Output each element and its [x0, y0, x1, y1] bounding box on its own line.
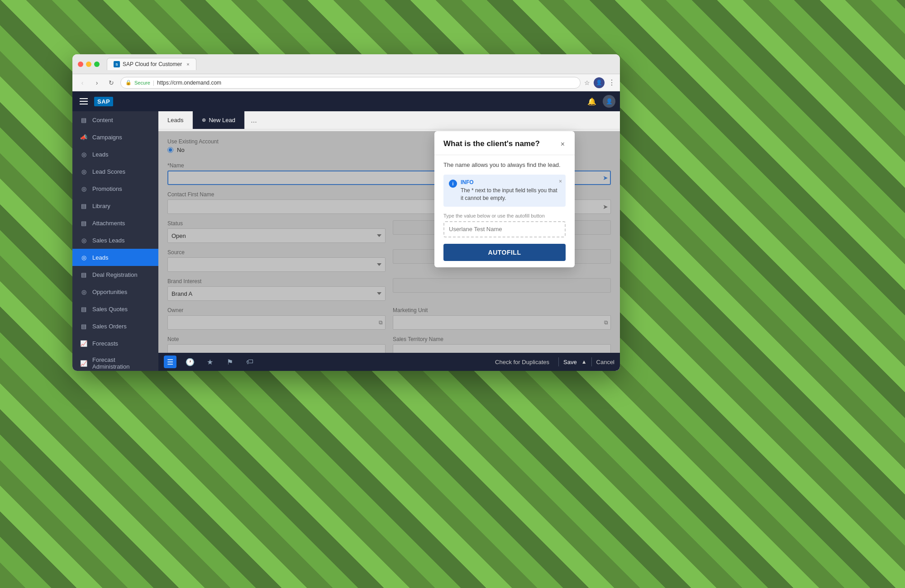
- sidebar-item-sales-orders[interactable]: ▤ Sales Orders: [72, 318, 158, 335]
- forward-button[interactable]: ›: [91, 77, 102, 88]
- tab-close-button[interactable]: ×: [186, 62, 189, 67]
- maximize-button[interactable]: [94, 62, 100, 67]
- sidebar-label-opportunities: Opportunities: [92, 289, 127, 295]
- bottom-actions: Check for Duplicates Save ▲ Cancel: [491, 357, 614, 366]
- browser-titlebar: S SAP Cloud for Customer ×: [72, 54, 620, 74]
- modal-body: The name allows you to always find the l…: [434, 155, 575, 267]
- info-title: INFO: [461, 179, 560, 185]
- info-content: INFO The * next to the input field tells…: [461, 179, 560, 202]
- attachments-icon: ▤: [80, 219, 88, 227]
- client-name-modal: What is the client's name? × The name al…: [434, 131, 575, 267]
- app-content: SAP 🔔 👤 ▤ Content 📣 Campaigns ◎: [72, 91, 620, 371]
- modal-description: The name allows you to always find the l…: [443, 161, 566, 168]
- autofill-button[interactable]: AUTOFILL: [443, 244, 566, 261]
- browser-tab[interactable]: S SAP Cloud for Customer ×: [107, 58, 196, 70]
- sales-leads-icon: ◎: [80, 236, 88, 244]
- tab-more-label: ...: [251, 116, 257, 124]
- promotions-icon: ◎: [80, 185, 88, 193]
- modal-close-button[interactable]: ×: [560, 139, 566, 149]
- sap-logo[interactable]: SAP: [94, 97, 113, 106]
- sidebar-item-leads[interactable]: ◎ Leads: [72, 146, 158, 163]
- save-button[interactable]: Save: [563, 359, 577, 365]
- cancel-button[interactable]: Cancel: [596, 359, 614, 365]
- info-close-button[interactable]: ×: [559, 178, 562, 185]
- sales-quotes-icon: ▤: [80, 305, 88, 313]
- sap-header: SAP 🔔 👤: [72, 91, 620, 111]
- url-text: https://crm.ondemand.com: [157, 80, 221, 86]
- sidebar-label-sales-leads: Sales Leads: [92, 237, 125, 244]
- tab-leads-label: Leads: [167, 117, 183, 123]
- close-button[interactable]: [78, 62, 83, 67]
- leads-active-icon: ◎: [80, 253, 88, 261]
- main-area: Leads ⊕ New Lead ... Use Existing Accoun…: [158, 111, 620, 371]
- hamburger-line: [80, 98, 88, 99]
- secure-label: Secure: [134, 80, 150, 85]
- sidebar-item-attachments[interactable]: ▤ Attachments: [72, 214, 158, 232]
- sidebar-label-content: Content: [92, 117, 113, 123]
- tab-favicon: S: [114, 61, 120, 67]
- sidebar-item-campaigns[interactable]: 📣 Campaigns: [72, 128, 158, 146]
- bookmark-icon[interactable]: ☆: [584, 79, 590, 86]
- sidebar-item-leads-active[interactable]: ◎ Leads: [72, 249, 158, 266]
- campaigns-icon: 📣: [80, 133, 88, 141]
- sidebar-label-promotions: Promotions: [92, 185, 122, 192]
- history-icon[interactable]: 🕐: [184, 356, 196, 368]
- info-icon: i: [449, 180, 457, 188]
- save-dropdown-icon[interactable]: ▲: [581, 359, 587, 365]
- tag-icon[interactable]: 🏷: [243, 356, 256, 368]
- tab-leads[interactable]: Leads: [158, 111, 193, 129]
- address-bar[interactable]: 🔒 Secure | https://crm.ondemand.com: [120, 77, 581, 89]
- browser-menu-icon[interactable]: ⋮: [608, 78, 615, 87]
- sidebar-label-campaigns: Campaigns: [92, 134, 122, 141]
- sidebar-item-sales-quotes[interactable]: ▤ Sales Quotes: [72, 300, 158, 318]
- refresh-button[interactable]: ↻: [106, 77, 117, 88]
- check-duplicates-button[interactable]: Check for Duplicates: [491, 359, 554, 365]
- modal-header: What is the client's name? ×: [434, 131, 575, 155]
- sidebar-item-deal-registration[interactable]: ▤ Deal Registration: [72, 266, 158, 283]
- sidebar-item-content[interactable]: ▤ Content: [72, 111, 158, 128]
- minimize-button[interactable]: [86, 62, 91, 67]
- sidebar-item-lead-scores[interactable]: ◎ Lead Scores: [72, 163, 158, 180]
- sidebar-label-sales-quotes: Sales Quotes: [92, 306, 128, 313]
- autofill-input[interactable]: [443, 221, 566, 237]
- bookmark-icon[interactable]: ★: [204, 356, 216, 368]
- autofill-hint: Type the value below or use the autofill…: [443, 213, 566, 218]
- notification-icon[interactable]: 🔔: [587, 97, 596, 106]
- sidebar-label-lead-scores: Lead Scores: [92, 168, 125, 175]
- user-profile-icon[interactable]: 👤: [594, 77, 605, 88]
- sidebar-item-promotions[interactable]: ◎ Promotions: [72, 180, 158, 197]
- sidebar-item-sales-leads[interactable]: ◎ Sales Leads: [72, 232, 158, 249]
- list-view-icon[interactable]: ☰: [164, 356, 176, 368]
- tab-title: SAP Cloud for Customer: [123, 61, 182, 67]
- sidebar-label-sales-orders: Sales Orders: [92, 323, 127, 330]
- sidebar-label-library: Library: [92, 203, 110, 209]
- deal-registration-icon: ▤: [80, 270, 88, 279]
- flag-icon[interactable]: ⚑: [224, 356, 236, 368]
- content-icon: ▤: [80, 116, 88, 124]
- browser-window: S SAP Cloud for Customer × ‹ › ↻ 🔒 Secur…: [72, 54, 620, 371]
- hamburger-menu[interactable]: [77, 95, 90, 108]
- sidebar-label-leads-active: Leads: [92, 254, 108, 261]
- opportunities-icon: ◎: [80, 288, 88, 296]
- sidebar-label-forecast-admin: Forecast Administration: [92, 356, 151, 370]
- sidebar-label-deal-registration: Deal Registration: [92, 271, 138, 278]
- window-controls: [78, 62, 100, 67]
- main-layout: ▤ Content 📣 Campaigns ◎ Leads ◎ Lead Sco…: [72, 111, 620, 371]
- tab-more[interactable]: ...: [245, 111, 263, 129]
- new-lead-icon: ⊕: [202, 117, 206, 123]
- action-divider-2: [591, 357, 592, 366]
- sidebar-item-forecast-admin[interactable]: 📈 Forecast Administration: [72, 352, 158, 371]
- leads-icon: ◎: [80, 150, 88, 158]
- sidebar-label-forecasts: Forecasts: [92, 340, 118, 347]
- header-right: 🔔 👤: [587, 95, 615, 108]
- address-separator: |: [153, 80, 154, 86]
- back-button[interactable]: ‹: [77, 77, 88, 88]
- user-avatar[interactable]: 👤: [603, 95, 615, 108]
- tab-new-lead[interactable]: ⊕ New Lead: [193, 111, 245, 129]
- info-text: The * next to the input field tells you …: [461, 187, 560, 202]
- sidebar-item-forecasts[interactable]: 📈 Forecasts: [72, 335, 158, 352]
- modal-title: What is the client's name?: [443, 139, 540, 148]
- sidebar-item-library[interactable]: ▤ Library: [72, 197, 158, 214]
- action-divider: [558, 357, 559, 366]
- sidebar-item-opportunities[interactable]: ◎ Opportunities: [72, 283, 158, 300]
